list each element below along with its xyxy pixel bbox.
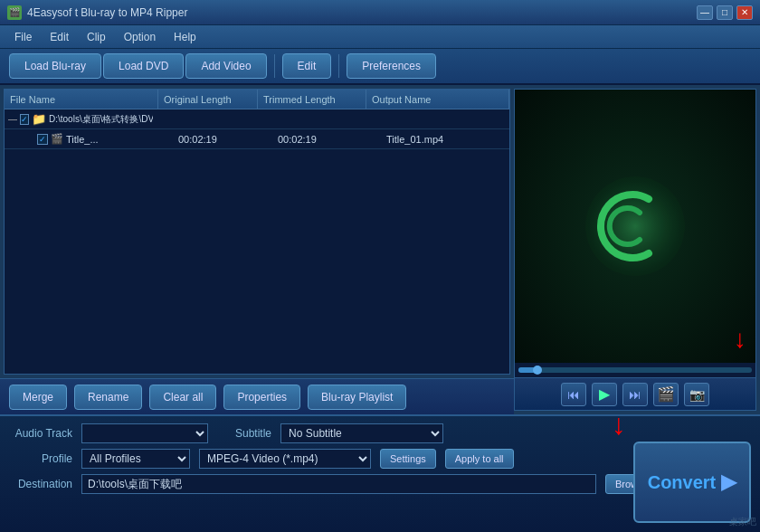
file-name: Title_... <box>66 134 99 145</box>
merge-button[interactable]: Merge <box>9 385 67 410</box>
menu-file[interactable]: File <box>5 28 41 46</box>
rewind-button[interactable]: ⏮ <box>561 383 586 406</box>
table-row[interactable]: ✓ 🎬 Title_... 00:02:19 00:02:19 Title_01… <box>5 129 509 149</box>
load-bluray-button[interactable]: Load Blu-ray <box>9 53 101 79</box>
play-button[interactable]: ▶ <box>592 383 617 406</box>
destination-input[interactable] <box>81 474 596 494</box>
col-header-original: Original Length <box>158 90 258 109</box>
file-list-header: File Name Original Length Trimmed Length… <box>5 90 509 109</box>
menu-clip[interactable]: Clip <box>78 28 115 46</box>
edit-button[interactable]: Edit <box>282 53 332 79</box>
video-preview: ↓ <box>515 90 755 363</box>
preview-area: ↓ ⏮ ▶ ⏭ 🎬 📷 <box>514 89 756 411</box>
content-area: File Name Original Length Trimmed Length… <box>0 85 760 414</box>
window-controls: — □ ✕ <box>697 5 753 20</box>
seek-bar[interactable] <box>518 367 752 373</box>
audio-subtitle-row: Audio Track Subtitle No Subtitle <box>9 423 751 443</box>
app-title: 4Easysof t Blu-ray to MP4 Ripper <box>27 6 697 19</box>
file-output-name: Title_01.mp4 <box>381 129 509 148</box>
file-orig-length: 00:02:19 <box>173 129 272 148</box>
separator <box>274 54 275 78</box>
file-list-body: — ✓ 📁 D:\tools\桌面\格式转换\DVD_2021_3_25(10_… <box>5 109 509 374</box>
settings-button[interactable]: Settings <box>380 449 436 469</box>
menu-option[interactable]: Option <box>115 28 165 46</box>
folder-output <box>366 109 509 128</box>
menu-bar: File Edit Clip Option Help <box>0 25 760 49</box>
folder-icon: 📁 <box>32 112 46 126</box>
properties-button[interactable]: Properties <box>223 385 300 410</box>
bluray-playlist-button[interactable]: Blu-ray Playlist <box>308 385 406 410</box>
file-icon: 🎬 <box>51 133 63 145</box>
format-select[interactable]: MPEG-4 Video (*.mp4) <box>199 449 371 469</box>
minimize-button[interactable]: — <box>697 5 713 20</box>
separator <box>338 54 339 78</box>
row-checkbox[interactable]: ✓ <box>20 114 29 125</box>
col-header-filename: File Name <box>5 90 158 109</box>
load-dvd-button[interactable]: Load DVD <box>103 53 184 79</box>
red-arrow-icon: ↓ <box>734 325 746 354</box>
watermark-text: 桌家吧 <box>729 516 756 528</box>
seek-thumb[interactable] <box>533 366 542 375</box>
col-header-output: Output Name <box>366 90 509 109</box>
profile-select[interactable]: All Profiles <box>81 449 190 469</box>
fast-forward-button[interactable]: ⏭ <box>622 383 648 406</box>
app-window: 🎬 4Easysof t Blu-ray to MP4 Ripper — □ ✕… <box>0 0 760 532</box>
col-header-trimmed: Trimmed Length <box>258 90 366 109</box>
file-trim-length: 00:02:19 <box>272 129 381 148</box>
convert-button[interactable]: Convert ▶ <box>633 442 751 523</box>
profile-label: Profile <box>9 452 72 465</box>
title-bar: 🎬 4Easysof t Blu-ray to MP4 Ripper — □ ✕ <box>0 0 760 25</box>
toolbar: Load Blu-ray Load DVD Add Video Edit Pre… <box>0 49 760 85</box>
convert-arrow-icon: ▶ <box>721 470 736 494</box>
snapshot-button[interactable]: 📷 <box>684 383 709 406</box>
convert-label: Convert <box>648 472 717 493</box>
file-checkbox[interactable]: ✓ <box>37 134 48 145</box>
capture-button[interactable]: 🎬 <box>653 383 679 406</box>
menu-edit[interactable]: Edit <box>41 28 78 46</box>
table-row[interactable]: — ✓ 📁 D:\tools\桌面\格式转换\DVD_2021_3_25(10_… <box>5 109 509 129</box>
add-video-button[interactable]: Add Video <box>185 53 266 79</box>
folder-trim-length <box>258 109 366 128</box>
folder-orig-length <box>158 109 258 128</box>
apply-to-all-button[interactable]: Apply to all <box>445 449 514 469</box>
menu-help[interactable]: Help <box>165 28 205 46</box>
left-panel: File Name Original Length Trimmed Length… <box>0 85 514 414</box>
maximize-button[interactable]: □ <box>717 5 733 20</box>
audio-track-select[interactable] <box>81 423 208 443</box>
actions-bar: Merge Rename Clear all Properties Blu-ra… <box>0 378 514 414</box>
app-icon: 🎬 <box>7 5 22 20</box>
folder-path: D:\tools\桌面\格式转换\DVD_2021_3_25(10_37_46)… <box>49 113 153 126</box>
file-list: File Name Original Length Trimmed Length… <box>4 89 510 375</box>
rename-button[interactable]: Rename <box>74 385 142 410</box>
playback-controls: ⏮ ▶ ⏭ 🎬 📷 <box>515 377 755 410</box>
preferences-button[interactable]: Preferences <box>347 53 436 79</box>
subtitle-select[interactable]: No Subtitle <box>280 423 443 443</box>
close-button[interactable]: ✕ <box>736 5 753 20</box>
subtitle-label: Subtitle <box>235 427 271 440</box>
clear-all-button[interactable]: Clear all <box>149 385 216 410</box>
destination-label: Destination <box>9 478 72 490</box>
seek-bar-container[interactable] <box>515 363 755 377</box>
logo-svg <box>581 172 689 280</box>
audio-track-label: Audio Track <box>9 427 72 440</box>
